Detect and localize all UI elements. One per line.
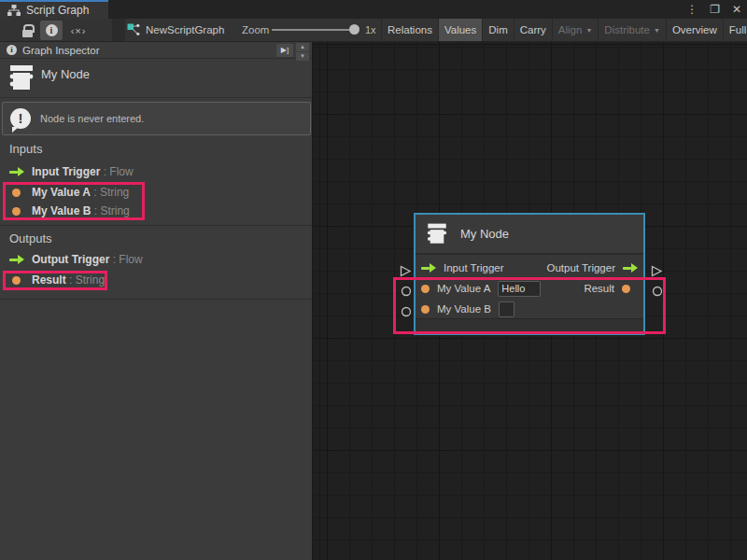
value-port-icon xyxy=(622,285,630,293)
value-b-input[interactable] xyxy=(499,301,514,317)
value-port-icon xyxy=(421,305,430,314)
value-a-input[interactable] xyxy=(498,281,541,297)
carry-button[interactable]: Carry xyxy=(514,19,552,41)
port-row-my-value-b: My Value B : String xyxy=(9,203,130,219)
node-title: My Node xyxy=(460,227,509,241)
flow-port-icon xyxy=(9,167,24,176)
port-row-my-value-a: My Value A : String xyxy=(9,184,129,201)
node-header[interactable]: My Node xyxy=(416,215,643,255)
script-graph-asset-icon xyxy=(127,23,140,36)
value-input-port-b[interactable] xyxy=(401,306,412,317)
output-trigger-label: Output Trigger xyxy=(546,262,615,273)
port-row-output-trigger: Output Trigger : Flow xyxy=(9,251,143,268)
scroll-up-button[interactable]: ▲ xyxy=(296,43,309,51)
fullscreen-button[interactable]: Full S xyxy=(723,19,747,41)
port-row-input-trigger: Input Trigger : Flow xyxy=(9,163,134,180)
maximize-icon[interactable]: ❐ xyxy=(708,0,722,19)
relations-button[interactable]: Relations xyxy=(381,19,438,41)
graph-breadcrumb[interactable]: NewScriptGraph xyxy=(127,19,224,41)
graph-canvas[interactable]: My Node Input Trigger Output Trigger My … xyxy=(314,42,747,560)
view-buttons-group: Relations Values Dim Carry Align ▼ Distr… xyxy=(381,19,747,41)
toolbar: i ‹×› NewScriptGraph Zoom 1x Relations V… xyxy=(0,19,747,42)
close-icon[interactable]: ✕ xyxy=(730,0,743,19)
unit-node-icon xyxy=(425,222,449,246)
dim-button[interactable]: Dim xyxy=(482,19,513,41)
node-row-value-b: My Value B xyxy=(421,300,638,318)
info-icon: i xyxy=(7,45,17,55)
flow-output-port[interactable] xyxy=(651,265,663,277)
inputs-section-title: Inputs xyxy=(9,142,42,156)
outputs-section-title: Outputs xyxy=(9,231,52,245)
value-b-label: My Value B xyxy=(437,303,491,315)
inspector-title: Graph Inspector xyxy=(22,45,99,56)
titlebar: Script Graph ⋮ ❐ ✕ xyxy=(0,0,747,19)
overview-button[interactable]: Overview xyxy=(666,19,723,41)
value-a-label: My Value A xyxy=(437,283,490,294)
inspector-toggle-button[interactable]: i xyxy=(40,21,63,40)
chevron-down-icon: ▼ xyxy=(654,27,660,34)
chevron-down-icon: ▼ xyxy=(585,27,592,34)
flow-port-icon xyxy=(9,255,24,264)
zoom-slider-knob[interactable] xyxy=(349,24,359,35)
edit-script-button[interactable]: ‹×› xyxy=(65,21,92,40)
value-port-icon xyxy=(421,285,430,293)
input-trigger-label: Input Trigger xyxy=(444,262,504,273)
lock-button[interactable] xyxy=(16,21,38,40)
flow-input-port[interactable] xyxy=(400,265,412,277)
zoom-slider-track[interactable] xyxy=(272,29,356,31)
zoom-value: 1x xyxy=(365,24,376,35)
my-node[interactable]: My Node Input Trigger Output Trigger My … xyxy=(414,213,645,335)
window-controls: ⋮ ❐ ✕ xyxy=(684,0,743,19)
panel-spinner: ▲ ▼ xyxy=(296,43,309,62)
zoom-label: Zoom xyxy=(242,24,269,35)
graph-hierarchy-icon xyxy=(7,5,21,16)
inspector-header: i Graph Inspector xyxy=(0,42,312,59)
script-graph-window: Script Graph ⋮ ❐ ✕ i ‹×› NewScriptGraph xyxy=(0,0,747,560)
values-button[interactable]: Values xyxy=(438,19,482,41)
node-row-value-a: My Value A Result xyxy=(421,279,638,298)
value-port-icon xyxy=(12,207,21,216)
warning-text: Node is never entered. xyxy=(40,113,144,124)
graph-name: NewScriptGraph xyxy=(146,24,224,35)
warning-message: ! Node is never entered. xyxy=(2,102,311,135)
info-icon: i xyxy=(46,24,58,36)
node-title: My Node xyxy=(41,67,90,81)
toolbar-section-divider xyxy=(112,19,125,41)
node-row-triggers: Input Trigger Output Trigger xyxy=(421,259,638,277)
warning-icon: ! xyxy=(10,108,31,129)
node-footer xyxy=(416,318,643,331)
flow-port-icon xyxy=(421,263,436,273)
flow-port-icon xyxy=(623,263,638,273)
window-menu-icon[interactable]: ⋮ xyxy=(684,0,699,19)
tab-script-graph[interactable]: Script Graph xyxy=(0,0,108,19)
value-output-port-result[interactable] xyxy=(652,286,663,297)
value-input-port-a[interactable] xyxy=(401,286,412,297)
value-port-icon xyxy=(12,189,21,197)
section-divider xyxy=(0,299,312,300)
port-row-result: Result : String xyxy=(9,272,105,288)
selected-node-summary: My Node xyxy=(0,60,312,98)
tab-title: Script Graph xyxy=(26,4,89,17)
result-label: Result xyxy=(584,283,614,294)
graph-inspector-panel: i Graph Inspector ▶] ▲ ▼ My Node ! Node … xyxy=(0,42,314,560)
unit-node-icon xyxy=(7,63,35,93)
distribute-dropdown[interactable]: Distribute ▼ xyxy=(598,19,666,41)
value-port-icon xyxy=(12,276,21,285)
code-icon: ‹×› xyxy=(71,25,87,36)
align-dropdown[interactable]: Align ▼ xyxy=(552,19,599,41)
section-divider xyxy=(0,225,312,226)
node-body: Input Trigger Output Trigger My Value A … xyxy=(416,255,643,318)
lock-icon xyxy=(22,30,33,37)
dock-panel-button[interactable]: ▶] xyxy=(276,44,293,57)
